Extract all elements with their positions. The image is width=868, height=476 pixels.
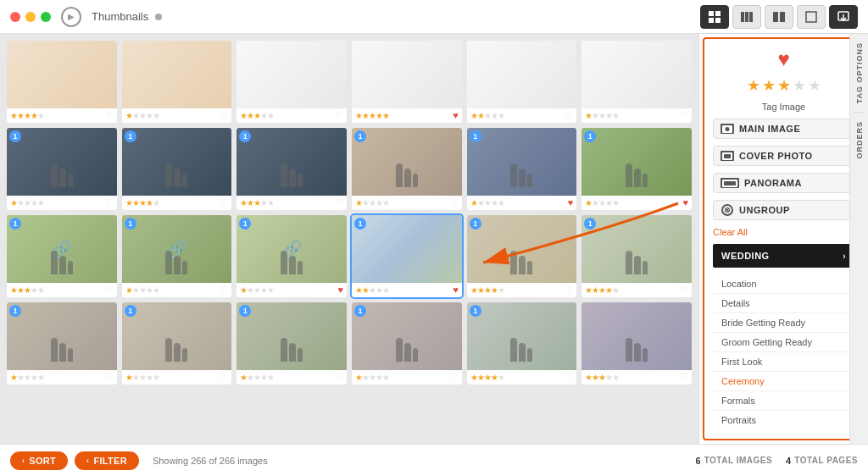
thumb-heart-16[interactable]: ♥	[453, 285, 459, 295]
thumbnail-item-4[interactable]: ★★★★★♥	[352, 41, 462, 123]
thumb-stars-17[interactable]: ★★★★★	[470, 285, 504, 295]
fullscreen-button[interactable]	[797, 5, 826, 29]
thumbnail-item-6[interactable]: ★★★★★♡	[581, 41, 692, 123]
thumbnail-item-5[interactable]: ★★★★★♡	[467, 41, 577, 123]
thumbnail-item-11[interactable]: 1★★★★★♥	[467, 128, 577, 210]
thumb-stars-3[interactable]: ★★★★★	[240, 111, 274, 120]
thumb-stars-11[interactable]: ★★★★★	[470, 198, 504, 208]
sub-item-location[interactable]: Location	[713, 274, 854, 294]
thumb-heart-2[interactable]: ♡	[220, 110, 228, 121]
panorama-button[interactable]: PANORAMA	[713, 173, 854, 193]
wedding-section-header[interactable]: WEDDING ›	[713, 244, 854, 268]
ungroup-button[interactable]: ⊗ UNGROUP	[713, 200, 854, 220]
thumb-stars-14[interactable]: ★★★★★	[125, 285, 159, 295]
thumb-heart-18[interactable]: ♡	[680, 285, 688, 296]
filmstrip-view-button[interactable]	[732, 5, 761, 29]
thumb-heart-10[interactable]: ♡	[450, 197, 459, 208]
sort-button[interactable]: ‹ SORT	[10, 451, 68, 470]
thumb-stars-19[interactable]: ★★★★★	[10, 373, 44, 382]
thumbnail-item-20[interactable]: 1★★★★★♡	[122, 302, 232, 385]
sub-item-first-look[interactable]: First Look	[713, 352, 854, 372]
thumb-stars-2[interactable]: ★★★★★	[125, 111, 159, 120]
thumbnail-item-10[interactable]: 1★★★★★♡	[352, 128, 462, 210]
sub-item-details[interactable]: Details	[713, 294, 854, 313]
close-button[interactable]	[10, 12, 20, 22]
thumb-heart-15[interactable]: ♥	[337, 285, 343, 295]
thumb-heart-3[interactable]: ♡	[335, 110, 343, 121]
thumb-heart-24[interactable]: ♡	[680, 372, 688, 383]
minimize-button[interactable]	[25, 12, 36, 22]
sub-item-bride-getting-ready[interactable]: Bride Getting Ready	[713, 313, 854, 333]
sub-item-portraits[interactable]: Portraits	[713, 411, 854, 429]
thumb-heart-14[interactable]: ♡	[220, 285, 228, 296]
thumbnail-item-9[interactable]: 1★★★★★♡	[236, 128, 347, 210]
thumb-heart-4[interactable]: ♥	[453, 110, 459, 120]
thumb-stars-8[interactable]: ★★★★★	[125, 198, 159, 208]
thumb-heart-13[interactable]: ♡	[105, 285, 114, 296]
thumb-heart-17[interactable]: ♡	[565, 285, 573, 296]
tag-options-tab[interactable]: TAG OPTIONS	[854, 34, 865, 112]
thumb-stars-22[interactable]: ★★★★★	[355, 373, 389, 382]
thumb-stars-7[interactable]: ★★★★★	[10, 198, 44, 208]
thumbnail-item-22[interactable]: 1★★★★★♡	[352, 302, 462, 385]
thumb-heart-12[interactable]: ♥	[682, 197, 688, 208]
thumb-stars-1[interactable]: ★★★★★	[10, 111, 44, 120]
thumb-heart-19[interactable]: ♡	[105, 372, 114, 383]
thumb-heart-23[interactable]: ♡	[565, 372, 573, 383]
thumb-stars-23[interactable]: ★★★★★	[470, 373, 504, 382]
thumb-heart-22[interactable]: ♡	[450, 372, 459, 383]
thumb-stars-10[interactable]: ★★★★★	[355, 198, 389, 208]
thumb-stars-20[interactable]: ★★★★★	[125, 373, 159, 382]
thumb-stars-5[interactable]: ★★★★★	[470, 111, 504, 120]
thumb-heart-7[interactable]: ♡	[105, 197, 114, 208]
grid-view-button[interactable]	[700, 5, 729, 29]
thumbnail-item-15[interactable]: 1🔗★★★★★♥	[236, 215, 347, 297]
thumb-stars-6[interactable]: ★★★★★	[585, 111, 619, 120]
thumbnail-item-23[interactable]: 1★★★★★♡	[467, 302, 577, 385]
tag-star-rating[interactable]: ★ ★ ★ ★ ★	[713, 76, 854, 95]
thumbnail-item-14[interactable]: 1🔗★★★★★♡	[122, 215, 232, 297]
thumbnail-item-16[interactable]: 1★★★★★♥	[352, 215, 462, 297]
thumb-heart-6[interactable]: ♡	[680, 110, 688, 121]
thumb-stars-18[interactable]: ★★★★★	[585, 285, 619, 295]
thumbnail-item-7[interactable]: 1★★★★★♡	[7, 128, 117, 210]
thumb-stars-4[interactable]: ★★★★★	[355, 111, 389, 120]
thumb-heart-11[interactable]: ♥	[568, 197, 574, 208]
thumbnail-item-21[interactable]: 1★★★★★♡	[236, 302, 347, 385]
thumb-stars-9[interactable]: ★★★★★	[240, 198, 274, 208]
compare-view-button[interactable]	[765, 5, 793, 29]
sub-item-groom-getting-ready[interactable]: Groom Getting Ready	[713, 333, 854, 352]
thumb-stars-24[interactable]: ★★★★★	[585, 373, 619, 382]
thumb-heart-5[interactable]: ♡	[565, 110, 573, 121]
main-image-button[interactable]: MAIN IMAGE	[713, 119, 854, 139]
thumbnail-item-12[interactable]: 1★★★★★♥	[581, 128, 692, 210]
sub-item-ceremony[interactable]: Ceremony	[713, 372, 854, 391]
filter-button[interactable]: ‹ FILTER	[75, 451, 139, 470]
thumbnail-item-8[interactable]: 1★★★★★♡	[122, 128, 232, 210]
thumbnail-item-18[interactable]: 1★★★★★♡	[581, 215, 692, 297]
thumb-heart-1[interactable]: ♡	[105, 110, 114, 121]
thumbnail-item-17[interactable]: 1★★★★★♡	[467, 215, 577, 297]
thumb-heart-20[interactable]: ♡	[220, 372, 228, 383]
thumb-stars-21[interactable]: ★★★★★	[240, 373, 274, 382]
orders-tab[interactable]: ORDERS	[854, 113, 865, 168]
thumb-stars-12[interactable]: ★★★★★	[585, 198, 619, 208]
thumb-stars-13[interactable]: ★★★★★	[10, 285, 44, 295]
thumbnail-item-13[interactable]: 1🔗★★★★★♡	[7, 215, 117, 297]
thumb-heart-8[interactable]: ♡	[220, 197, 228, 208]
thumbnail-item-3[interactable]: ★★★★★♡	[236, 41, 347, 123]
thumb-stars-16[interactable]: ★★★★★	[355, 285, 389, 295]
thumb-heart-21[interactable]: ♡	[335, 372, 343, 383]
thumb-stars-15[interactable]: ★★★★★	[240, 285, 274, 295]
export-button[interactable]	[829, 5, 858, 29]
maximize-button[interactable]	[41, 12, 51, 22]
thumbnail-item-1[interactable]: ★★★★★♡	[7, 41, 117, 123]
play-button[interactable]: ▶	[61, 7, 81, 27]
cover-photo-button[interactable]: COVER PHOTO	[713, 146, 854, 166]
thumb-heart-9[interactable]: ♡	[335, 197, 343, 208]
thumbnail-item-24[interactable]: ★★★★★♡	[581, 302, 692, 385]
thumbnail-item-2[interactable]: ★★★★★♡	[122, 41, 232, 123]
clear-all-button[interactable]: Clear All	[713, 227, 854, 237]
sub-item-formals[interactable]: Formals	[713, 391, 854, 411]
thumbnail-item-19[interactable]: 1★★★★★♡	[7, 302, 117, 385]
